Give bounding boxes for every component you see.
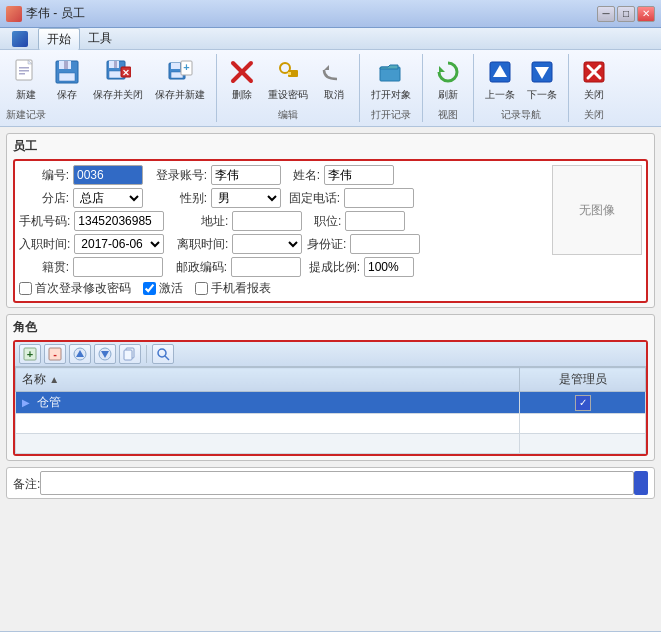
checkbox2-input[interactable] [143, 282, 156, 295]
phone-input[interactable] [344, 188, 414, 208]
openrec-group-label: 打开记录 [371, 108, 411, 122]
svg-marker-26 [439, 66, 445, 72]
hometown-label: 籍贯: [19, 259, 69, 276]
name-input[interactable] [324, 165, 394, 185]
svg-line-45 [165, 356, 169, 360]
delete-button[interactable]: 删除 [223, 54, 261, 106]
close-button[interactable]: 关闭 [575, 54, 613, 106]
app-icon [6, 6, 22, 22]
remarks-input[interactable] [40, 471, 634, 495]
resetpwd-label: 重设密码 [268, 88, 308, 102]
save-button[interactable]: 保存 [48, 54, 86, 106]
resetpwd-button[interactable]: 重设密码 [263, 54, 313, 106]
toolbar-group-new: 新建 新建记录 [6, 54, 46, 122]
sep4 [473, 54, 474, 122]
role-toolbar-sep [146, 345, 147, 363]
svg-rect-8 [59, 73, 75, 81]
new-button[interactable]: 新建 [7, 54, 45, 106]
checkbox1-input[interactable] [19, 282, 32, 295]
sep1 [216, 54, 217, 122]
remarks-scrollbar[interactable] [634, 471, 648, 495]
code-label: 编号: [19, 167, 69, 184]
joindate-select[interactable]: 2017-06-06 [74, 234, 164, 254]
role-toolbar: + - [15, 342, 646, 367]
saveclose-button[interactable]: ✕ 保存并关闭 [88, 54, 148, 106]
svg-rect-43 [124, 350, 132, 360]
svg-rect-24 [288, 72, 291, 75]
role-search-button[interactable] [152, 344, 174, 364]
toolbar-group-nav: 上一条 下一条 记录导航 [480, 54, 562, 122]
name-label: 姓名: [285, 167, 320, 184]
checkbox3-label[interactable]: 手机看报表 [195, 280, 271, 297]
checkbox2-label[interactable]: 激活 [143, 280, 183, 297]
checkbox3-input[interactable] [195, 282, 208, 295]
close-window-button[interactable]: ✕ [637, 6, 655, 22]
gender-select[interactable]: 男 [211, 188, 281, 208]
role-empty-row-2 [16, 434, 646, 454]
branch-select[interactable]: 总店 [73, 188, 143, 208]
openrec-icon [377, 58, 405, 86]
svg-text:-: - [53, 348, 57, 360]
svg-rect-16 [171, 63, 180, 69]
minimize-button[interactable]: ─ [597, 6, 615, 22]
savenew-label: 保存并新建 [155, 88, 205, 102]
refresh-label: 刷新 [438, 88, 458, 102]
svg-rect-7 [64, 61, 68, 69]
prev-label: 上一条 [485, 88, 515, 102]
role-col-admin: 是管理员 [520, 368, 646, 392]
remarks-label: 备注: [13, 474, 40, 493]
phone-label: 固定电话: [285, 190, 340, 207]
toolbar-group-save: 保存 ✕ 保存并关闭 [48, 54, 210, 122]
role-table: 名称 ▲ 是管理员 ▶ 仓管 [15, 367, 646, 454]
position-label: 职位: [306, 213, 341, 230]
leavedate-label: 离职时间: [168, 236, 228, 253]
role-remove-button[interactable]: - [44, 344, 66, 364]
hometown-input[interactable] [73, 257, 163, 277]
menu-item-tools[interactable]: 工具 [80, 28, 120, 49]
sep3 [422, 54, 423, 122]
next-icon [528, 58, 556, 86]
sort-icon: ▲ [49, 374, 59, 385]
menu-item-main[interactable] [4, 29, 38, 49]
code-input[interactable] [73, 165, 143, 185]
refresh-button[interactable]: 刷新 [429, 54, 467, 106]
svg-rect-3 [19, 70, 29, 72]
role-prev-button[interactable] [69, 344, 91, 364]
menu-item-start[interactable]: 开始 [38, 28, 80, 50]
savenew-button[interactable]: + 保存并新建 [150, 54, 210, 106]
openrec-button[interactable]: 打开对象 [366, 54, 416, 106]
idcard-input[interactable] [350, 234, 420, 254]
role-copy-button[interactable] [119, 344, 141, 364]
address-input[interactable] [232, 211, 302, 231]
prev-icon [486, 58, 514, 86]
next-label: 下一条 [527, 88, 557, 102]
postal-input[interactable] [231, 257, 301, 277]
position-input[interactable] [345, 211, 405, 231]
delete-icon [228, 58, 256, 86]
role-col-name: 名称 ▲ [16, 368, 520, 392]
mobile-input[interactable] [74, 211, 164, 231]
role-row-1[interactable]: ▶ 仓管 ✓ [16, 392, 646, 414]
mobile-label: 手机号码: [19, 213, 70, 230]
window-title: 李伟 - 员工 [26, 5, 85, 22]
role-cell-expand: ▶ 仓管 [16, 392, 520, 414]
leavedate-select[interactable] [232, 234, 302, 254]
role-next-button[interactable] [94, 344, 116, 364]
svg-text:+: + [27, 348, 33, 360]
save-label: 保存 [57, 88, 77, 102]
commission-input[interactable] [364, 257, 414, 277]
new-label: 新建 [16, 88, 36, 102]
next-button[interactable]: 下一条 [522, 54, 562, 106]
prev-button[interactable]: 上一条 [480, 54, 520, 106]
login-input[interactable] [211, 165, 281, 185]
toolbar-group-close: 关闭 关闭 [575, 54, 613, 122]
role-section-title: 角色 [13, 319, 648, 336]
employee-section-title: 员工 [13, 138, 648, 155]
idcard-label: 身份证: [306, 236, 346, 253]
remarks-section: 备注: [6, 467, 655, 499]
role-add-button[interactable]: + [19, 344, 41, 364]
titlebar-controls[interactable]: ─ □ ✕ [597, 6, 655, 22]
checkbox1-label[interactable]: 首次登录修改密码 [19, 280, 131, 297]
restore-button[interactable]: □ [617, 6, 635, 22]
cancel-button[interactable]: 取消 [315, 54, 353, 106]
